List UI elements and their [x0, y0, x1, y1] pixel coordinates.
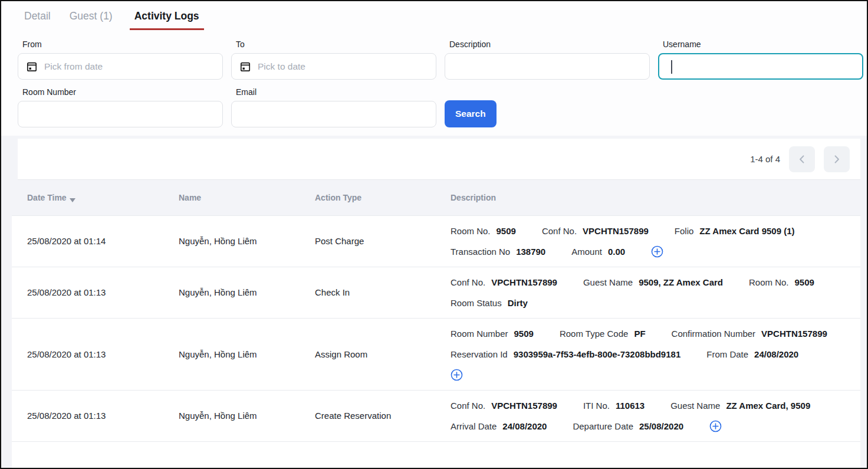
description-field-value: VPCHTN157899	[491, 400, 557, 412]
table-toolbar: 1-4 of 4	[18, 139, 860, 180]
cell-date-time: 25/08/2020 at 01:14	[27, 235, 179, 247]
cell-name: Nguyễn, Hồng Liêm	[179, 410, 315, 422]
description-field: Reservation Id9303959a-7f53-4efb-800e-73…	[451, 349, 680, 360]
detail-page-header: Detail Guest (1) Activity Logs From To	[1, 1, 867, 136]
chevron-left-icon	[797, 154, 807, 165]
next-page-button[interactable]	[824, 146, 850, 172]
expand-plus-icon[interactable]	[651, 245, 663, 258]
calendar-icon	[240, 61, 251, 72]
to-label: To	[236, 40, 436, 49]
tab-guest[interactable]: Guest (1)	[68, 10, 114, 30]
cell-name: Nguyễn, Hồng Liêm	[179, 349, 315, 360]
description-line: Transaction No138790Amount0.00	[451, 241, 851, 262]
action-type-header-label: Action Type	[315, 193, 361, 202]
description-field-value: 9509	[514, 328, 534, 340]
cell-date-time: 25/08/2020 at 01:13	[27, 287, 179, 299]
description-field-value: 110613	[616, 400, 645, 412]
tab-detail[interactable]: Detail	[22, 10, 52, 30]
room-number-input[interactable]	[18, 101, 223, 127]
description-field-value: VPCHTN157899	[583, 225, 649, 237]
description-field-value: ZZ Amex Card 9509 (1)	[699, 225, 794, 237]
description-field-value: VPCHTN157899	[491, 277, 557, 288]
description-field-value: 25/08/2020	[639, 421, 683, 432]
description-line: Room No.9509Conf No.VPCHTN157899FolioZZ …	[451, 221, 851, 241]
description-field-label: ITI No.	[583, 400, 610, 412]
description-line: Reservation Id9303959a-7f53-4efb-800e-73…	[451, 344, 851, 365]
description-line	[451, 365, 851, 385]
description-field: Room Number9509	[451, 328, 534, 340]
filter-room-number: Room Number	[18, 87, 223, 127]
pagination-range: 1-4 of 4	[750, 154, 780, 164]
description-field-label: Conf No.	[542, 225, 577, 237]
tab-activity-logs[interactable]: Activity Logs	[130, 10, 204, 30]
name-header-label: Name	[179, 193, 201, 202]
search-button[interactable]: Search	[445, 100, 497, 127]
username-input[interactable]	[658, 53, 863, 80]
description-field-label: Conf No.	[451, 400, 485, 412]
description-field-value: 9509	[497, 225, 516, 237]
cell-description: Room No.9509Conf No.VPCHTN157899FolioZZ …	[451, 216, 851, 267]
description-field: Departure Date25/08/2020	[573, 421, 683, 432]
description-line: Conf No.VPCHTN157899Guest Name9509, ZZ A…	[451, 272, 851, 293]
description-field-label: Room Type Code	[560, 328, 628, 340]
table-row: 25/08/2020 at 01:13 Nguyễn, Hồng Liêm Ch…	[12, 267, 860, 319]
description-field: Amount0.00	[571, 246, 625, 258]
from-label: From	[22, 40, 223, 49]
description-field-label: Room Number	[451, 328, 508, 340]
description-field-label: Guest Name	[583, 277, 633, 288]
prev-page-button[interactable]	[789, 146, 815, 172]
from-date-field[interactable]	[44, 54, 214, 79]
filter-to: To	[231, 40, 436, 80]
description-line: Room StatusDirty	[451, 293, 851, 313]
description-field-value: ZZ Amex Card, 9509	[726, 400, 810, 412]
table-body: 25/08/2020 at 01:14 Nguyễn, Hồng Liêm Po…	[12, 215, 860, 468]
room-number-label: Room Number	[22, 87, 223, 97]
description-field: ITI No.110613	[583, 400, 645, 412]
username-field[interactable]	[668, 54, 854, 78]
filter-description: Description	[445, 40, 650, 80]
cell-description: Conf No.VPCHTN157899ITI No.110613Guest N…	[451, 391, 851, 441]
column-header-action-type: Action Type	[315, 193, 451, 202]
activity-logs-section: 1-4 of 4 Date Time Name Action Type Desc…	[1, 136, 867, 468]
description-field-value: 24/08/2020	[754, 349, 798, 360]
tab-bar: Detail Guest (1) Activity Logs	[1, 1, 867, 30]
chevron-right-icon	[831, 154, 842, 165]
description-line: Room Number9509Room Type CodePFConfirmat…	[451, 323, 851, 344]
cell-action-type: Check In	[315, 287, 451, 299]
cell-date-time: 25/08/2020 at 01:13	[27, 410, 179, 422]
description-field: Conf No.VPCHTN157899	[542, 225, 649, 237]
description-field-label: Reservation Id	[451, 349, 508, 360]
description-field-label: Room Status	[451, 297, 502, 309]
to-date-input[interactable]	[231, 53, 436, 80]
description-field: Guest Name9509, ZZ Amex Card	[583, 277, 723, 288]
cell-description: Room Number9509Room Type CodePFConfirmat…	[451, 319, 851, 390]
description-field-value: 9303959a-7f53-4efb-800e-73208bbd9181	[514, 349, 681, 360]
cell-name: Nguyễn, Hồng Liêm	[179, 287, 315, 299]
description-field: Guest NameZZ Amex Card, 9509	[670, 400, 810, 412]
search-cell: Search	[445, 87, 650, 127]
description-field-value: 9509, ZZ Amex Card	[639, 277, 723, 288]
expand-plus-icon[interactable]	[709, 420, 722, 432]
cell-name: Nguyễn, Hồng Liêm	[179, 235, 315, 247]
filter-username: Username	[658, 40, 863, 80]
filter-panel: From To Descri	[1, 30, 867, 136]
description-field: Room Type CodePF	[560, 328, 646, 340]
table-row: 25/08/2020 at 01:13 Nguyễn, Hồng Liêm Cr…	[12, 391, 860, 442]
username-label: Username	[663, 40, 863, 49]
cell-action-type: Assign Room	[315, 349, 451, 360]
description-field-label: Guest Name	[670, 400, 720, 412]
description-line: Arrival Date24/08/2020Departure Date25/0…	[451, 416, 851, 437]
description-field-value: 0.00	[608, 246, 625, 258]
email-input[interactable]	[231, 101, 436, 127]
to-date-field[interactable]	[258, 54, 428, 79]
column-header-date-time[interactable]: Date Time	[27, 191, 179, 205]
description-field-value: Dirty	[508, 297, 528, 309]
description-label: Description	[449, 40, 650, 49]
from-date-input[interactable]	[18, 53, 223, 80]
description-field-value: VPCHTN157899	[761, 328, 827, 340]
description-field: Confirmation NumberVPCHTN157899	[672, 328, 827, 340]
description-input[interactable]	[445, 53, 650, 80]
column-header-description: Description	[451, 193, 851, 202]
description-field-value: 24/08/2020	[502, 421, 547, 432]
expand-plus-icon[interactable]	[451, 369, 463, 381]
